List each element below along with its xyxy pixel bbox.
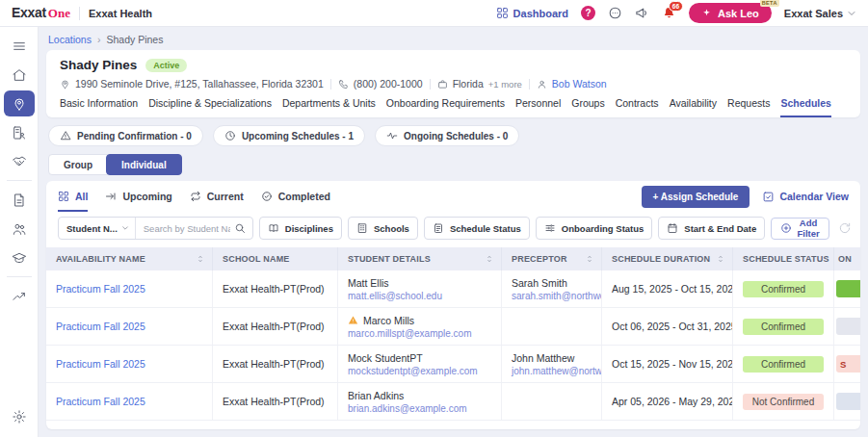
sidebar-item-partnerships[interactable] [4, 148, 35, 174]
sidebar-item-menu[interactable] [4, 33, 35, 59]
availability-link[interactable]: Practicum Fall 2025 [56, 396, 202, 407]
info-divider [330, 79, 331, 90]
student-email[interactable]: matt.ellis@school.edu [348, 291, 491, 301]
schedules-table: AVAILABILITY NAMESCHOOL NAMESTUDENT DETA… [46, 247, 860, 429]
add-filter-button[interactable]: Add Filter [771, 218, 829, 240]
beta-tag: BETA [760, 0, 779, 7]
tab-onboarding-requirements[interactable]: Onboarding Requirements [386, 97, 505, 117]
availability-link[interactable]: Practicum Fall 2025 [56, 321, 202, 332]
tab-requests[interactable]: Requests [727, 97, 770, 117]
calendar-view-link[interactable]: Calendar View [762, 191, 849, 203]
sidebar-item-home[interactable] [4, 62, 35, 88]
student-email[interactable]: mockstudentpt@example.com [348, 366, 491, 376]
table-row: Practicum Fall 2025Exxat Health-PT(Prod)… [46, 383, 860, 421]
dashboard-link[interactable]: Dashboard [496, 7, 568, 19]
chat-icon[interactable] [608, 6, 622, 20]
repeat-icon [190, 191, 201, 202]
grid-icon [496, 7, 509, 19]
chip-pending-confirmation-0[interactable]: Pending Confirmation - 0 [48, 125, 203, 146]
topbar-divider [79, 7, 80, 20]
help-icon[interactable]: ? [581, 6, 595, 20]
chevron-down-icon [121, 224, 129, 232]
subtab-all[interactable]: All [58, 181, 88, 212]
sidebar-item-locations[interactable] [4, 90, 35, 116]
filter-label: Disciplines [285, 223, 333, 234]
preceptor-email[interactable]: sarah.smith@northwell.com [512, 291, 592, 301]
column-header-schedule-duration[interactable]: SCHEDULE DURATION [602, 247, 733, 270]
column-header-student-details[interactable]: STUDENT DETAILS [338, 247, 502, 270]
student-cell: Marco Millsmarco.millspt@example.com [338, 308, 502, 345]
school-name: Exxat Health-PT(Prod) [223, 283, 328, 295]
contact-link[interactable]: Bob Watson [552, 78, 607, 90]
account-label: Exxat Sales [784, 8, 843, 19]
subtab-completed[interactable]: Completed [261, 181, 330, 212]
student-cell: Mock StudentPTmockstudentpt@example.com [338, 346, 502, 382]
column-header-school-name[interactable]: SCHOOL NAME [213, 247, 338, 270]
summary-chips: Pending Confirmation - 0Upcoming Schedul… [46, 125, 860, 146]
sliders-icon [544, 222, 556, 234]
dashboard-label: Dashboard [513, 8, 568, 19]
school-name: Exxat Health-PT(Prod) [223, 396, 328, 407]
account-menu[interactable]: Exxat Sales [784, 8, 856, 19]
filter-disciplines-button[interactable]: Disciplines [259, 217, 342, 240]
subtab-label: Current [207, 191, 244, 202]
search-input[interactable] [136, 223, 234, 234]
tab-availability[interactable]: Availability [670, 97, 717, 117]
duration-cell: Oct 15, 2025 - Nov 15, 2025 [602, 346, 733, 382]
filter-schedule-status-button[interactable]: Schedule Status [424, 217, 530, 240]
breadcrumb-locations[interactable]: Locations [48, 34, 92, 45]
toggle-individual[interactable]: Individual [106, 154, 182, 175]
availability-link[interactable]: Practicum Fall 2025 [56, 283, 202, 295]
chip-ongoing-schedules-0[interactable]: Ongoing Schedules - 0 [375, 125, 519, 146]
refresh-icon[interactable] [838, 221, 852, 235]
sidebar-item-documents[interactable] [4, 187, 35, 213]
book-icon [268, 222, 279, 234]
notifications-icon[interactable]: 66 [662, 6, 676, 20]
sidebar-item-settings[interactable] [4, 403, 35, 429]
briefcase-icon [437, 79, 448, 90]
pin-icon [60, 79, 70, 90]
schedule-subtabs: AllUpcomingCurrentCompleted + Assign Sch… [46, 181, 860, 212]
schedule-status-badge: Confirmed [743, 319, 824, 335]
sidebar-item-groups[interactable] [4, 216, 35, 242]
column-header-schedule-status[interactable]: SCHEDULE STATUS [733, 247, 834, 270]
tab-schedules[interactable]: Schedules [780, 97, 831, 117]
exxat-one-logo[interactable]: Exxat One [12, 5, 70, 21]
search-field-selector[interactable]: Student N... [59, 218, 136, 239]
tab-groups[interactable]: Groups [571, 97, 604, 117]
tab-departments-units[interactable]: Departments & Units [282, 97, 376, 117]
sidebar-item-reports[interactable] [4, 283, 35, 309]
student-email[interactable]: marco.millspt@example.com [348, 328, 491, 339]
region-more-link[interactable]: +1 more [488, 79, 522, 90]
location-header-card: Shady Pines Active 1990 Seminole Drive, … [46, 50, 860, 117]
student-name: Marco Mills [348, 315, 491, 326]
location-tabs: Basic InformationDiscipline & Specializa… [60, 97, 847, 117]
subtab-upcoming[interactable]: Upcoming [105, 181, 171, 212]
filter-start-end-date-button[interactable]: Start & End Date [658, 217, 765, 240]
column-header-on[interactable]: ON [834, 247, 860, 270]
sidebar-item-education[interactable] [4, 244, 35, 270]
chip-upcoming-schedules-1[interactable]: Upcoming Schedules - 1 [213, 125, 365, 146]
megaphone-icon[interactable] [635, 6, 649, 20]
column-header-availability-name[interactable]: AVAILABILITY NAME [46, 247, 213, 270]
filter-schools-button[interactable]: Schools [348, 217, 418, 240]
toggle-group[interactable]: Group [48, 154, 108, 175]
subtab-current[interactable]: Current [190, 181, 244, 212]
availability-link[interactable]: Practicum Fall 2025 [56, 358, 202, 370]
column-header-preceptor[interactable]: PRECEPTOR [502, 247, 602, 270]
tab-personnel[interactable]: Personnel [515, 97, 561, 117]
region-item: Florida +1 more [437, 78, 522, 90]
add-filter-label: Add Filter [797, 218, 820, 239]
tab-contracts[interactable]: Contracts [616, 97, 659, 117]
ask-leo-button[interactable]: Ask Leo BETA [689, 3, 772, 23]
filter-onboarding-status-button[interactable]: Onboarding Status [536, 217, 653, 240]
search-combo: Student N... [58, 217, 253, 240]
sidebar-item-organizations[interactable] [4, 119, 35, 145]
preceptor-email[interactable]: john.matthew@nortwell.com [512, 366, 592, 376]
student-email[interactable]: brian.adkins@example.com [348, 403, 491, 414]
assign-schedule-button[interactable]: + Assign Schedule [642, 186, 750, 208]
schedule-duration: Oct 06, 2025 - Oct 31, 2025 [612, 321, 723, 332]
tab-discipline-specializations[interactable]: Discipline & Specializations [148, 97, 272, 117]
preceptor-cell [502, 383, 602, 420]
tab-basic-information[interactable]: Basic Information [60, 97, 138, 117]
